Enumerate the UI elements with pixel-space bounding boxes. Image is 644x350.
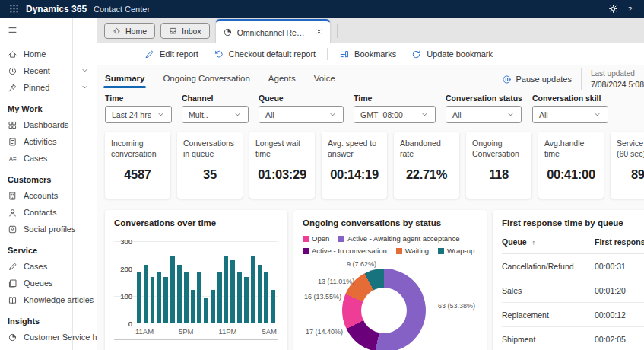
filter-dropdown-conversation-status[interactable]: All (446, 106, 522, 123)
filter-conversation-status-4: Conversation status All (446, 94, 522, 123)
window-tab-home[interactable]: Home (104, 23, 155, 39)
sidebar-item-recent[interactable]: Recent (8, 62, 97, 79)
filter-queue-2: Queue All (259, 94, 344, 123)
response-time-cell: 00:01:20 (595, 278, 644, 303)
donut-legend: Open Active - Awaiting agent acceptance … (303, 234, 481, 255)
donut-callout: 16 (13.55%) (304, 293, 341, 301)
kpi-card-service-level-60-sec: Service level (60 sec) 89% (611, 132, 644, 199)
donut-callout: 17 (14.40%) (306, 328, 343, 336)
legend-swatch (396, 248, 402, 254)
report-tabs-row: Summary Ongoing Conversation Agents Voic… (105, 65, 644, 93)
legend-swatch (338, 236, 344, 242)
refresh-icon (411, 49, 421, 59)
product-title: Contact Center (94, 5, 150, 14)
legend-item-active-in-conversation: Active - In conversation (303, 247, 387, 255)
sidebar-item-accounts[interactable]: Accounts (8, 187, 97, 204)
bar (224, 256, 229, 323)
legend-swatch (303, 248, 309, 254)
toolbar-button-label: Edit report (160, 49, 198, 59)
sidebar-item-label: Pinned (24, 83, 49, 92)
sidebar-item-label: Recent (24, 66, 50, 75)
filter-dropdown-conversation-skill[interactable]: All (532, 106, 608, 123)
accounts-icon (8, 191, 17, 201)
kpi-card-avg-handle-time: Avg.handle time 00:41:00 (538, 132, 604, 199)
filter-label: Conversation status (446, 94, 522, 103)
x-tick-label: 11PM (218, 327, 236, 336)
app-window: Dynamics 365 Contact Center ? Home Recen… (0, 0, 644, 350)
filter-dropdown-queue[interactable]: All (259, 106, 344, 123)
toolbar-button-checkout-default-report[interactable]: Checkout default report (206, 46, 323, 62)
pause-updates-label: Pause updates (516, 75, 572, 84)
filter-dropdown-time[interactable]: Last 24 hrs (105, 106, 172, 123)
window-tab-active[interactable]: Omnichannel Real-ti... (215, 19, 331, 43)
sidebar-item-dashboards[interactable]: Dashboards (8, 116, 97, 133)
bar (137, 272, 141, 323)
conversations-over-time-card: Conversations over time 3002001000 01002… (105, 210, 287, 350)
bar-chart-title: Conversations over time (114, 218, 278, 228)
table-header-first-response-time[interactable]: First response time (595, 231, 644, 254)
toolbar-button-edit-report[interactable]: Edit report (137, 46, 206, 62)
table-header-queue[interactable]: Queue ↑ (502, 231, 595, 254)
sidebar-item-label: Social profiles (24, 224, 75, 234)
filter-dropdown-channel[interactable]: Mult.. (182, 106, 249, 123)
report-tab-summary[interactable]: Summary (105, 69, 144, 90)
chevron-down-icon (81, 66, 89, 75)
activities-icon (8, 137, 17, 147)
help-icon[interactable]: ? (625, 4, 635, 14)
waffle-icon[interactable] (9, 4, 19, 14)
hamburger-menu-button[interactable] (8, 21, 97, 38)
sidebar-item-home[interactable]: Home (8, 46, 97, 62)
sidebar-item-customer-service-his[interactable]: Customer Service his... (8, 329, 97, 345)
sidebar-section-service: Service (8, 244, 97, 256)
bar (184, 272, 189, 323)
donut-callout: 13 (11.01%) (318, 278, 354, 285)
chevron-down-icon (593, 110, 601, 119)
close-icon[interactable] (315, 27, 323, 37)
bar (204, 298, 208, 323)
kpi-card-conversations-in-queue: Conversations in queue 35 (177, 132, 243, 199)
sidebar-item-activities[interactable]: Activities (8, 133, 97, 150)
sidebar-item-label: Cases (24, 262, 47, 271)
kpi-value: 118 (472, 167, 525, 182)
filter-dropdown-time[interactable]: GMT -08:00 (354, 106, 436, 123)
filter-value: Mult.. (189, 110, 208, 119)
toolbar-divider (327, 48, 328, 60)
sidebar-item-queues[interactable]: Queues (8, 275, 97, 291)
filter-value: All (265, 110, 274, 119)
pause-updates-button[interactable]: Pause updates (502, 75, 572, 84)
sidebar-item-pinned[interactable]: Pinned (8, 79, 97, 96)
report-tab-ongoing-conversation[interactable]: Ongoing Conversation (163, 69, 249, 90)
dashboards-icon (8, 120, 17, 130)
filter-label: Conversation skill (532, 94, 608, 103)
pin-icon (8, 83, 17, 93)
sidebar-item-social-profiles[interactable]: Social profiles (8, 221, 97, 237)
x-axis-line (135, 323, 277, 323)
report-icon (8, 332, 17, 342)
report-tab-voice[interactable]: Voice (314, 69, 335, 90)
charts-row: Conversations over time 3002001000 01002… (105, 210, 644, 350)
legend-label: Active - In conversation (312, 247, 387, 255)
report-tab-agents[interactable]: Agents (268, 69, 296, 90)
gear-icon[interactable] (608, 4, 618, 14)
sidebar-item-label: Accounts (24, 191, 58, 200)
window-tab-inbox[interactable]: Inbox (160, 23, 210, 39)
kpi-value: 35 (183, 167, 236, 182)
bar (264, 272, 268, 323)
filter-conversation-skill-5: Conversation skill All (532, 94, 608, 123)
home-icon (8, 49, 17, 59)
last-updated-label: Last updated (591, 68, 644, 79)
sidebar-item-cases[interactable]: A Cases (8, 150, 97, 167)
report-tab-label: Agents (268, 74, 296, 83)
last-updated: Last updated 7/08/2024 5:08 (591, 68, 644, 90)
bar (170, 256, 175, 323)
sidebar-item-cases[interactable]: Cases (8, 258, 97, 275)
toolbar-button-update-bookmark[interactable]: Update bookmark (404, 46, 500, 62)
sidebar-item-contacts[interactable]: Contacts (8, 204, 97, 221)
toolbar-button-bookmarks[interactable]: Bookmarks (332, 46, 404, 62)
toolbar-button-label: Bookmarks (354, 49, 396, 59)
sidebar-section-insights: Insights (8, 315, 97, 327)
legend-item-waiting: Waiting (396, 247, 429, 255)
bar-plot-area (135, 241, 277, 323)
window-tab-strip: Home Inbox Omnichannel Real-ti... (97, 18, 644, 43)
sidebar-item-knowledge-articles[interactable]: Knowledge articles (8, 291, 97, 308)
